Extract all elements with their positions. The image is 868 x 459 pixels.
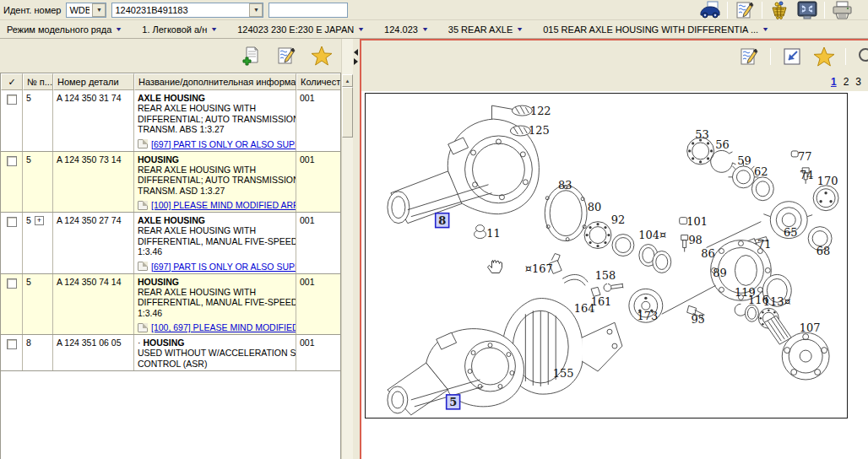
scroll-up-button[interactable]: ▲ <box>342 74 353 87</box>
table-row[interactable]: 5A 124 350 31 74AXLE HOUSINGREAR AXLE HO… <box>1 90 340 152</box>
row-checkbox[interactable] <box>7 278 17 289</box>
exploded-diagram-canvas[interactable]: 122125535659627774170838092101104¤981171… <box>365 93 848 418</box>
callout-number[interactable]: 173 <box>637 310 658 322</box>
table-row[interactable]: 5A 124 350 74 14HOUSINGREAR AXLE HOUSING… <box>1 274 340 336</box>
axle-housing-drawing <box>388 105 540 238</box>
fullscreen-icon[interactable] <box>796 0 818 20</box>
callout-number[interactable]: ¤167 <box>525 262 553 275</box>
callout-number[interactable]: 125 <box>529 124 550 137</box>
expand-button[interactable]: + <box>35 216 44 225</box>
callout-number[interactable]: 170 <box>817 175 838 187</box>
menu-item-0[interactable]: Режим модельного ряда▼ <box>7 24 122 35</box>
callout-number[interactable]: 11 <box>486 227 500 240</box>
notepad-icon[interactable] <box>734 0 756 20</box>
footnote-document-icon[interactable] <box>138 262 148 271</box>
callout-number[interactable]: 80 <box>588 201 601 213</box>
callout-number[interactable]: 92 <box>611 213 625 226</box>
callout-number[interactable]: 53 <box>695 128 708 141</box>
column-header-0[interactable]: ✓ <box>1 73 23 90</box>
table-row[interactable]: 8A 124 351 06 05·HOUSINGUSED WITHOUT W/A… <box>1 335 340 371</box>
vin-dropdown-button[interactable]: ▼ <box>249 3 263 17</box>
chevron-down-icon: ▼ <box>762 26 769 32</box>
callout-number[interactable]: 77 <box>798 150 811 163</box>
notepad-icon[interactable] <box>275 46 297 66</box>
callout-number[interactable]: 101 <box>686 215 708 228</box>
page-link-2[interactable]: 2 <box>844 76 849 88</box>
callout-number[interactable]: 104¤ <box>638 229 666 241</box>
favorites-star-icon[interactable] <box>813 46 835 67</box>
callout-number[interactable]: 122 <box>530 105 551 117</box>
parts-table-scrollbar[interactable]: ▲ <box>341 39 353 459</box>
row-checkbox[interactable] <box>7 94 17 105</box>
callout-number[interactable]: 113¤ <box>763 295 791 308</box>
wdb-dropdown-button[interactable]: ▼ <box>92 3 106 17</box>
scrollbar-thumb[interactable] <box>342 87 353 138</box>
menu-item-5[interactable]: 015 REAR AXLE HOUSING WITH DIFFERENTIA .… <box>543 24 768 35</box>
vin-combo[interactable]: ▼ <box>111 3 263 18</box>
parts-basket-icon[interactable] <box>768 0 790 20</box>
wdb-select[interactable]: ▼ <box>66 3 106 18</box>
menu-item-4[interactable]: 35 REAR AXLE▼ <box>448 24 523 35</box>
callout-number[interactable]: 155 <box>553 367 574 380</box>
highlighted-callout-number[interactable]: 8 <box>438 214 446 227</box>
table-row[interactable]: 5A 124 350 73 14HOUSINGREAR AXLE HOUSING… <box>1 152 340 213</box>
footnote-document-icon[interactable] <box>138 201 148 210</box>
callout-number[interactable]: 83 <box>558 179 572 192</box>
vehicle-data-icon[interactable] <box>699 0 721 20</box>
table-row[interactable]: 5+A 124 350 27 74AXLE HOUSINGREAR AXLE H… <box>1 213 340 274</box>
pan-view-icon[interactable] <box>781 46 803 67</box>
part-description-line: 1:3.46 <box>138 246 292 257</box>
highlighted-callout-number[interactable]: 5 <box>449 396 457 408</box>
callout-number[interactable]: 95 <box>691 313 704 326</box>
callout-number[interactable]: 89 <box>713 267 726 279</box>
page-link-3[interactable]: 3 <box>855 76 861 88</box>
footnote-link[interactable]: [697] PART IS ONLY OR ALSO SUPPLIED <box>151 139 296 149</box>
callout-number[interactable]: 98 <box>688 234 702 246</box>
callout-number[interactable]: 68 <box>816 245 830 257</box>
row-checkbox[interactable] <box>7 156 17 166</box>
extra-input-field[interactable] <box>269 3 348 18</box>
footnote-link[interactable]: [100] PLEASE MIND MODIFIED ARRANG <box>151 200 296 210</box>
row-checkbox[interactable] <box>7 339 17 349</box>
footnote-document-icon[interactable] <box>138 323 148 332</box>
add-document-icon[interactable] <box>240 46 262 66</box>
callout-number[interactable]: 62 <box>754 165 768 178</box>
splitter-collapse-icon[interactable] <box>354 49 358 65</box>
favorites-star-icon[interactable] <box>311 46 333 66</box>
panel-splitter[interactable] <box>353 39 360 459</box>
diagram-pane: 123- <box>360 39 868 459</box>
parts-list-panel: ✓№ п...Номер деталиНазвание/дополнительн… <box>0 39 341 459</box>
row-checkbox[interactable] <box>7 217 17 227</box>
callout-number[interactable]: 65 <box>784 226 797 239</box>
part-description-line: 1:3.46 <box>138 308 292 319</box>
notepad-icon[interactable] <box>738 46 760 67</box>
callout-number[interactable]: 107 <box>800 321 821 334</box>
callout-number[interactable]: 74 <box>800 169 813 181</box>
menu-item-2[interactable]: 124023 230 E:230 E JAPAN▼ <box>237 24 364 35</box>
zoom-icon[interactable] <box>856 46 868 67</box>
callout-number[interactable]: 71 <box>757 238 771 251</box>
chevron-down-icon: ▼ <box>421 26 429 32</box>
callout-number[interactable]: 59 <box>737 154 751 167</box>
callout-number[interactable]: 86 <box>701 247 714 260</box>
footnote-link[interactable]: [100, 697] PLEASE MIND MODIFIED ARR <box>151 322 296 332</box>
column-header-2[interactable]: Номер детали <box>53 73 134 90</box>
page-link-1[interactable]: 1 <box>831 76 837 88</box>
diagram-content: 122125535659627774170838092101104¤981171… <box>361 91 868 459</box>
column-header-1[interactable]: № п... <box>23 73 53 90</box>
quantity: 001 <box>296 335 341 370</box>
column-header-3[interactable]: Название/дополнительная информация <box>134 73 296 90</box>
callout-number[interactable]: 164 <box>574 302 595 315</box>
column-header-4[interactable]: Количество <box>296 73 341 90</box>
wdb-value[interactable] <box>67 4 92 16</box>
print-icon[interactable] <box>831 0 853 20</box>
footnote-document-icon[interactable] <box>138 139 148 148</box>
extra-input[interactable] <box>269 4 347 16</box>
part-name: HOUSING <box>138 154 292 165</box>
menu-item-1[interactable]: 1. Легковой а/н▼ <box>142 24 217 35</box>
footnote-link[interactable]: [697] PART IS ONLY OR ALSO SUPPLIED <box>151 262 296 272</box>
callout-number[interactable]: 158 <box>595 269 616 282</box>
callout-number[interactable]: 56 <box>715 138 729 151</box>
vin-input[interactable] <box>112 4 249 16</box>
menu-item-3[interactable]: 124.023▼ <box>384 24 428 35</box>
